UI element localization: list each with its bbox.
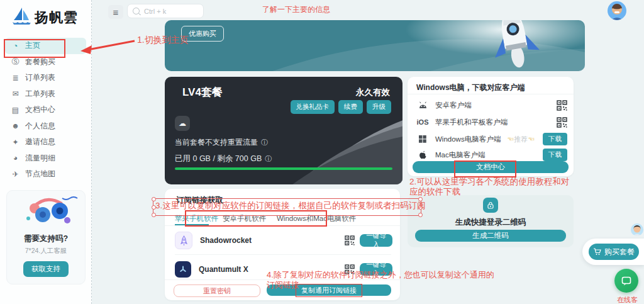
quantumult-icon xyxy=(175,261,191,278)
dashboard-page: 扬帆雲 ◔ 主页 Ⓢ 套餐购买 ≣ 订单列表 ✉ 工单列表 ▤ 文档中心 xyxy=(0,0,644,304)
sidebar-item-label: 邀请信息 xyxy=(25,137,55,147)
search-box[interactable] xyxy=(127,4,204,18)
qr-code-icon[interactable] xyxy=(345,235,355,245)
sidebar-item-label: 个人信息 xyxy=(25,121,55,132)
promo-buy-button[interactable]: 优惠购买 xyxy=(181,26,224,42)
clients-card-title: Windows电脑，下载对应客户端 xyxy=(416,82,525,93)
buy-plan-button[interactable]: 购买套餐 xyxy=(589,244,639,260)
copy-universal-link-button[interactable]: 复制通用订阅链接 xyxy=(267,284,391,296)
sidebar-item-label: 工单列表 xyxy=(25,89,55,99)
divider xyxy=(165,225,400,226)
support-title: 需要支持吗? xyxy=(7,234,85,244)
buy-plan-float: 购买套餐 xyxy=(582,239,644,265)
document-icon: ▤ xyxy=(11,106,19,115)
docs-center-button[interactable]: 文档中心 xyxy=(413,161,569,173)
client-row-mac: Mac电脑客户端 下载 xyxy=(416,147,567,162)
airplane-icon: ✈ xyxy=(11,170,19,179)
search-input[interactable] xyxy=(143,7,196,16)
rocket-illustration xyxy=(478,20,551,71)
windows-icon xyxy=(416,135,429,143)
hand-icon: ☜ xyxy=(507,135,514,143)
headset-illustration xyxy=(7,191,85,232)
user-icon: ☻ xyxy=(11,121,19,130)
annotation-step2: 2.可以从这里学习各个系统的使用教程和对应的软件下载 xyxy=(409,177,572,196)
lock-icon xyxy=(483,198,498,213)
sidebar-item-tickets[interactable]: ✉ 工单列表 xyxy=(5,86,86,103)
usage-progress-bar xyxy=(175,167,392,170)
app-row-shadowrocket: Shadowrocket 一键导入 xyxy=(175,228,392,253)
sidebar-item-traffic[interactable]: ◕ 流量明细 xyxy=(5,150,86,167)
sidebar-item-label: 节点地图 xyxy=(25,169,55,179)
ios-icon: iOS xyxy=(416,118,429,126)
online-chat-button[interactable] xyxy=(614,269,638,293)
sidebar-item-plans[interactable]: Ⓢ 套餐购买 xyxy=(5,54,86,70)
subscription-title: 订阅链接获取 xyxy=(176,195,223,206)
redeem-gift-card-button[interactable]: 兑换礼品卡 xyxy=(291,100,335,114)
clients-download-card: Windows电脑，下载对应客户端 安卓客户端 iOS 苹果手机和平板客户端 xyxy=(408,77,574,176)
search-icon xyxy=(133,8,140,14)
qr-code-icon[interactable] xyxy=(557,100,567,111)
renew-button[interactable]: 续费 xyxy=(338,100,363,114)
cart-icon xyxy=(593,248,601,256)
divider xyxy=(408,94,574,94)
apple-icon xyxy=(416,150,429,159)
sidebar-item-label: 主页 xyxy=(25,40,40,51)
plan-card: LV4套餐 永久有效 兑换礼品卡 续费 升级 ☁ 当前套餐不支持重置流量ⓘ 已用… xyxy=(165,77,402,184)
upgrade-button[interactable]: 升级 xyxy=(367,100,391,114)
sidebar-menu: ◔ 主页 Ⓢ 套餐购买 ≣ 订单列表 ✉ 工单列表 ▤ 文档中心 ☻ 个人信息 xyxy=(0,38,91,183)
divider xyxy=(165,279,400,280)
shadowrocket-icon xyxy=(175,232,192,249)
chat-bubble-icon xyxy=(621,276,631,286)
get-support-button[interactable]: 获取支持 xyxy=(23,261,69,277)
qr-code-icon[interactable] xyxy=(345,264,355,274)
user-avatar[interactable] xyxy=(608,1,626,20)
tab-android-apps[interactable]: 安卓手机软件 xyxy=(223,214,266,223)
chat-label: 在线客服 xyxy=(617,295,644,304)
info-icon[interactable]: ⓘ xyxy=(265,154,272,164)
client-row-android: 安卓客户端 xyxy=(416,98,567,113)
info-icon[interactable]: ⓘ xyxy=(261,138,268,147)
plan-validity: 永久有效 xyxy=(356,87,390,98)
sidebar-item-label: 流量明细 xyxy=(25,153,55,164)
divider xyxy=(175,254,391,255)
tab-desktop-apps[interactable]: Windows和Mac电脑软件 xyxy=(277,214,356,223)
sidebar-item-profile[interactable]: ☻ 个人信息 xyxy=(5,118,86,135)
sidebar-item-label: 套餐购买 xyxy=(25,57,55,67)
recommended-tag: ☜推荐☜ xyxy=(507,135,535,144)
promo-banner: 优惠购买 xyxy=(165,20,585,71)
one-click-import-button[interactable]: 一键导入 xyxy=(360,263,392,276)
header-note: 了解一下主要的信息 xyxy=(262,4,330,15)
sidebar-item-label: 文档中心 xyxy=(25,104,55,115)
cloud-icon[interactable]: ☁ xyxy=(175,116,190,131)
sidebar-item-label: 订单列表 xyxy=(25,72,55,83)
support-card: 需要支持吗? 7*24.人工客服 获取支持 xyxy=(6,190,86,284)
tab-ios-apps[interactable]: 苹果手机软件 xyxy=(175,214,218,223)
hamburger-menu-icon[interactable]: ≡ xyxy=(108,5,123,19)
pie-chart-icon: ◕ xyxy=(11,154,19,162)
plan-usage: 已用 0 GB / 剩余 700 GBⓘ xyxy=(175,154,272,164)
dashboard-icon: ◔ xyxy=(11,42,19,50)
plan-actions: 兑换礼品卡 续费 升级 xyxy=(291,100,392,114)
sidebar-item-home[interactable]: ◔ 主页 xyxy=(5,38,86,54)
generate-qr-button[interactable]: 生成二维码 xyxy=(415,230,566,242)
sailboat-logo-icon xyxy=(10,5,33,30)
client-row-windows: Windows电脑客户端 ☜推荐☜ 下载 xyxy=(416,132,567,147)
one-click-import-button[interactable]: 一键导入 xyxy=(360,234,392,247)
sidebar-item-invite[interactable]: ✦ 邀请信息 xyxy=(5,134,86,150)
brand-logo[interactable]: 扬帆雲 xyxy=(0,0,91,38)
download-button[interactable]: 下载 xyxy=(543,149,567,161)
app-row-quantumult: Quantumult X 一键导入 xyxy=(175,257,392,282)
reset-key-button[interactable]: 重置密钥 xyxy=(174,284,260,297)
sidebar-item-docs[interactable]: ▤ 文档中心 xyxy=(5,102,86,118)
banner-glow xyxy=(372,20,585,64)
android-icon xyxy=(416,101,429,109)
sidebar-item-nodes[interactable]: ✈ 节点地图 xyxy=(5,166,86,183)
download-button[interactable]: 下载 xyxy=(543,133,567,145)
ticket-icon: ✉ xyxy=(11,89,19,98)
invite-icon: ✦ xyxy=(11,138,19,147)
support-subtitle: 7*24.人工客服 xyxy=(7,247,85,256)
qr-code-icon[interactable] xyxy=(557,117,567,128)
sidebar-item-orders[interactable]: ≣ 订单列表 xyxy=(5,70,86,86)
customer-service-avatar[interactable] xyxy=(631,223,643,236)
client-row-ios: iOS 苹果手机和平板客户端 xyxy=(416,115,567,130)
